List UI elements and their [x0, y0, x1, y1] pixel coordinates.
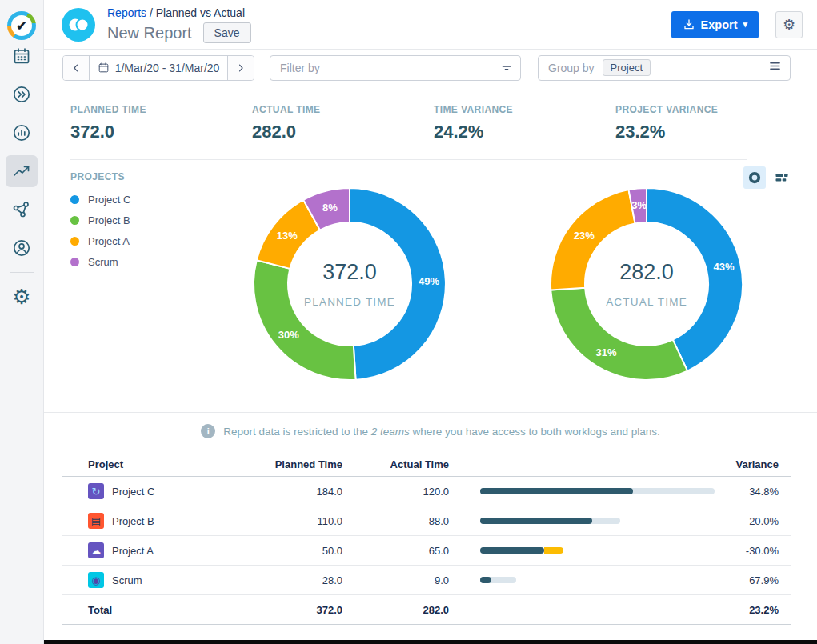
next-period-button[interactable]: [228, 56, 254, 80]
gear-icon: ⚙: [12, 286, 30, 307]
filter-input[interactable]: [270, 55, 521, 81]
double-chevron-circle-icon: [12, 85, 31, 104]
group-by-control[interactable]: Group by Project: [538, 55, 791, 81]
calendar-icon: [12, 46, 31, 66]
report-header: Reports / Planned vs Actual New Report S…: [44, 0, 817, 50]
person-circle-icon: [12, 238, 31, 258]
svg-text:ACTUAL TIME: ACTUAL TIME: [606, 296, 687, 308]
project-avatar-icon: ☁: [88, 542, 104, 558]
sidebar: ✔: [0, 0, 44, 644]
stat-value: 24.2%: [434, 122, 615, 142]
chevron-down-icon: ▾: [743, 19, 747, 30]
breadcrumb-reports-link[interactable]: Reports: [107, 6, 146, 19]
restriction-notice: i Report data is restricted to the 2 tea…: [44, 413, 817, 450]
stat-value: 372.0: [70, 122, 252, 142]
legend-item[interactable]: Project B: [70, 210, 130, 230]
app-window: ✔: [0, 0, 817, 644]
group-by-chip[interactable]: Project: [603, 59, 651, 76]
variance-value: 20.0%: [715, 515, 791, 527]
stat-actual-time: ACTUAL TIME 282.0: [252, 104, 434, 159]
chart-view-toggles: [743, 166, 793, 189]
svg-text:PLANNED TIME: PLANNED TIME: [304, 296, 395, 308]
column-header-actual-time[interactable]: Actual Time: [342, 458, 449, 470]
svg-text:49%: 49%: [419, 275, 439, 287]
bar-chart-circle-icon: [12, 123, 31, 142]
previous-period-button[interactable]: [63, 56, 89, 80]
variance-value: 34.8%: [715, 486, 791, 498]
legend-dot: [70, 216, 79, 225]
sidebar-item-integrations[interactable]: [6, 194, 38, 226]
sidebar-item-calendar[interactable]: [6, 40, 38, 72]
progress-bar: [480, 518, 715, 524]
trend-line-icon: [12, 162, 31, 181]
date-range-label: 1/Mar/20 - 31/Mar/20: [115, 62, 220, 74]
table-row[interactable]: ☁ Project A 50.0 65.0 -30.0%: [62, 536, 791, 566]
export-button[interactable]: Export ▾: [671, 11, 759, 38]
planned-time-donut-chart[interactable]: 49%30%13%8% 372.0 PLANNED TIME: [246, 180, 454, 388]
tempo-logo-checkmark-icon: ✔: [11, 15, 32, 36]
column-header-planned-time[interactable]: Planned Time: [234, 458, 342, 470]
sidebar-item-reports[interactable]: [6, 117, 38, 149]
planned-value: 110.0: [234, 515, 342, 527]
stat-value: 23.2%: [615, 122, 797, 142]
chevron-right-icon: [235, 62, 246, 74]
table-row[interactable]: ◉ Scrum 28.0 9.0 67.9%: [62, 566, 791, 595]
page-title: New Report: [107, 24, 192, 42]
projects-table: Project Planned Time Actual Time Varianc…: [62, 453, 791, 625]
calendar-icon: [98, 62, 110, 74]
hamburger-icon[interactable]: [768, 60, 782, 75]
save-button[interactable]: Save: [203, 22, 251, 43]
legend-dot: [70, 195, 79, 204]
toolbar: 1/Mar/20 - 31/Mar/20 Group by Project: [44, 50, 817, 86]
progress-bar: [480, 547, 715, 554]
sidebar-item-account[interactable]: [6, 232, 38, 264]
window-bottom-edge: [44, 640, 817, 644]
sidebar-divider: [10, 272, 34, 273]
svg-text:23%: 23%: [574, 230, 595, 242]
project-name: Project C: [112, 486, 154, 498]
bars-view-toggle[interactable]: [771, 166, 793, 189]
legend-dot: [70, 237, 79, 246]
legend-item[interactable]: Scrum: [70, 251, 130, 272]
legend-item[interactable]: Project A: [70, 230, 130, 251]
info-icon: i: [201, 424, 215, 438]
sidebar-item-graphic-reports[interactable]: [6, 155, 38, 187]
report-avatar overlapping-circles-report-icon: [62, 8, 95, 42]
progress-bar: [480, 577, 715, 583]
date-navigator: 1/Mar/20 - 31/Mar/20: [62, 55, 254, 81]
stat-value: 282.0: [252, 122, 434, 142]
sidebar-item-settings[interactable]: ⚙: [6, 281, 38, 313]
project-name: Project B: [112, 515, 154, 527]
variance-value: -30.0%: [715, 545, 791, 557]
actual-value: 120.0: [342, 486, 449, 498]
column-header-variance[interactable]: Variance: [715, 458, 791, 470]
filter-icon[interactable]: [500, 62, 513, 78]
project-name: Scrum: [112, 574, 142, 586]
legend-dot: [70, 258, 79, 266]
actual-time-donut-chart[interactable]: 43%31%23%3% 282.0 ACTUAL TIME: [543, 180, 751, 388]
group-by-label: Group by: [548, 62, 595, 74]
sidebar-item-planning[interactable]: [6, 78, 38, 110]
stat-planned-time: PLANNED TIME 372.0: [70, 104, 252, 159]
total-variance: 23.2%: [715, 604, 791, 616]
actual-value: 9.0: [342, 574, 449, 586]
planned-value: 50.0: [234, 545, 342, 557]
table-row[interactable]: ▤ Project B 110.0 88.0 20.0%: [62, 506, 791, 536]
legend-item[interactable]: Project C: [70, 189, 130, 210]
svg-text:13%: 13%: [277, 230, 298, 242]
svg-text:282.0: 282.0: [619, 260, 674, 284]
svg-text:31%: 31%: [596, 346, 617, 358]
planned-value: 28.0: [234, 574, 342, 586]
total-planned: 372.0: [234, 604, 342, 616]
stat-label: PLANNED TIME: [70, 104, 252, 115]
date-range-button[interactable]: 1/Mar/20 - 31/Mar/20: [89, 56, 228, 80]
table-row[interactable]: ↻ Project C 184.0 120.0 34.8%: [62, 477, 791, 506]
svg-text:8%: 8%: [322, 202, 338, 214]
tempo-logo[interactable]: ✔: [7, 11, 36, 40]
chevron-left-icon: [70, 62, 82, 74]
column-header-project[interactable]: Project: [62, 458, 234, 470]
charts-section: PROJECTS Project C: [44, 160, 817, 412]
report-settings-button[interactable]: ⚙: [775, 11, 803, 38]
svg-text:30%: 30%: [278, 329, 299, 341]
stat-time-variance: TIME VARIANCE 24.2%: [434, 104, 615, 159]
